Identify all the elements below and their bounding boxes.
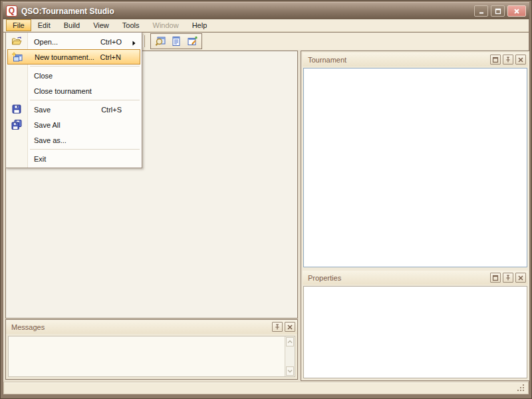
document-view-button[interactable] [170,35,184,48]
chevron-down-icon [287,368,293,374]
resize-grip-icon[interactable] [523,390,524,391]
menubar: File Edit Build View Tools Window Help [3,19,529,32]
close-icon [517,275,524,281]
menu-tools[interactable]: Tools [116,19,146,31]
pin-icon [505,57,511,63]
menu-separator [30,66,140,66]
menu-item-label: Exit [34,155,46,163]
menu-item-save[interactable]: Save Ctrl+S [6,102,142,117]
menu-view[interactable]: View [86,19,116,31]
pin-icon [274,324,281,331]
menu-file[interactable]: File [6,19,31,31]
menu-item-shortcut: Ctrl+N [100,53,121,61]
messages-panel: Messages [5,319,298,380]
menu-item-label: Open... [34,38,58,46]
menu-item-shortcut: Ctrl+O [100,38,122,46]
window-controls [474,5,526,17]
search-view-button[interactable] [154,35,168,48]
menu-item-close-tournament[interactable]: Close tournament [6,83,142,98]
menu-separator [30,149,140,150]
messages-panel-title: Messages [11,323,45,331]
minimize-icon [478,8,485,15]
menu-item-exit[interactable]: Exit [6,151,142,166]
save-all-icon [11,119,22,130]
properties-maximize-button[interactable] [490,273,501,283]
menu-help[interactable]: Help [186,19,214,31]
properties-pin-button[interactable] [503,273,513,283]
messages-pin-button[interactable] [272,322,283,332]
file-menu-dropdown: Open... Ctrl+O New tournament... Ctrl+N … [5,32,142,168]
right-dock: Tournament Properties [301,51,530,381]
properties-view-button[interactable] [185,35,199,48]
properties-close-button[interactable] [515,273,526,283]
app-window: Q QSO:Tournament Studio File Edit Build … [0,0,532,399]
properties-pointer-icon [187,36,198,47]
toolbar-group [150,33,202,49]
tournament-panel-title: Tournament [308,56,346,64]
document-list-icon [171,36,182,47]
maximize-icon [495,8,501,15]
close-icon [287,324,293,331]
app-logo-icon: Q [6,5,17,17]
menu-item-shortcut: Ctrl+S [101,106,122,114]
toolbar-grip[interactable] [143,35,145,47]
menu-item-save-as[interactable]: Save as... [6,132,142,148]
scroll-up-button[interactable] [286,337,294,346]
menu-item-open[interactable]: Open... Ctrl+O [6,34,142,49]
menu-item-save-all[interactable]: Save All [6,117,142,132]
properties-panel-buttons [490,273,526,283]
window-title: QSO:Tournament Studio [21,7,114,16]
tournament-panel-buttons [490,55,526,65]
menu-item-label: Save All [34,121,61,129]
close-button[interactable] [507,5,526,17]
tournament-maximize-button[interactable] [490,55,501,65]
messages-close-button[interactable] [285,322,295,332]
menu-separator [30,100,140,100]
menu-item-label: Close tournament [34,87,92,95]
titlebar[interactable]: Q QSO:Tournament Studio [3,2,529,19]
statusbar [3,382,529,394]
messages-panel-header[interactable]: Messages [6,320,297,334]
new-tournament-icon [12,52,23,63]
menu-item-close[interactable]: Close [6,68,142,83]
menu-item-label: New tournament... [35,53,94,61]
messages-scrollbar[interactable] [285,336,295,376]
properties-panel-header[interactable]: Properties [303,271,528,285]
close-icon [513,8,520,15]
scroll-down-button[interactable] [286,366,294,376]
properties-panel-title: Properties [308,274,341,282]
pin-icon [505,275,511,281]
search-window-icon [155,36,166,47]
minimize-button[interactable] [474,5,488,17]
tournament-panel-header[interactable]: Tournament [303,53,528,66]
menu-window: Window [146,19,186,31]
maximize-icon [492,275,499,281]
properties-content [303,286,527,378]
chevron-up-icon [287,339,293,344]
menu-build[interactable]: Build [57,19,86,31]
menu-item-label: Save as... [34,136,66,144]
save-icon [11,104,22,114]
tournament-close-button[interactable] [515,55,526,65]
close-icon [517,57,524,63]
open-folder-icon [11,36,22,47]
maximize-icon [492,57,499,63]
menu-item-label: Save [34,106,51,114]
messages-content [8,336,295,377]
menu-item-label: Close [34,72,53,80]
menu-edit[interactable]: Edit [31,19,57,31]
tournament-content [303,68,527,267]
messages-panel-buttons [272,322,295,332]
maximize-button[interactable] [491,5,505,17]
submenu-arrow-icon [132,39,136,47]
menu-item-new-tournament[interactable]: New tournament... Ctrl+N [7,49,140,65]
tournament-pin-button[interactable] [503,55,513,65]
